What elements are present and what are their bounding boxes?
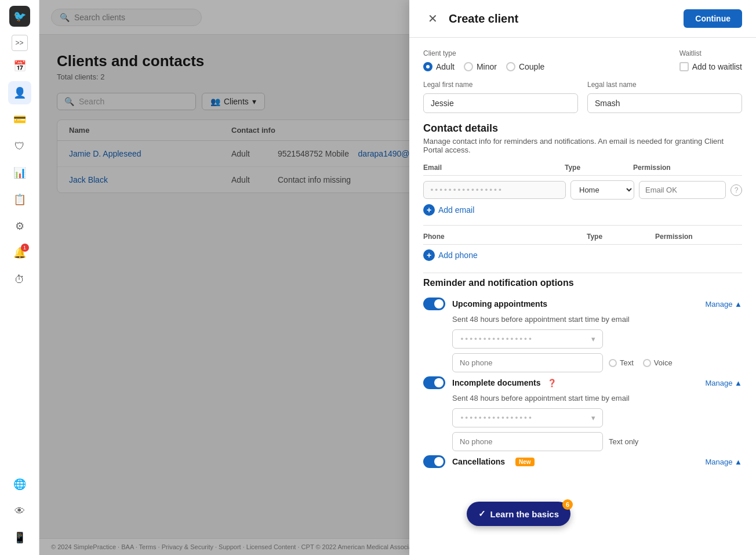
text-radio-label: Text — [620, 358, 634, 367]
add-email-label: Add email — [438, 205, 474, 215]
first-name-label: Legal first name — [423, 81, 578, 89]
add-email-link[interactable]: + Add email — [423, 204, 742, 216]
upcoming-label: Upcoming appointments — [452, 299, 547, 309]
radio-couple-input[interactable] — [506, 62, 515, 71]
email-input[interactable] — [423, 181, 566, 199]
text-radio[interactable] — [609, 359, 617, 367]
incomplete-help-icon[interactable]: ❓ — [547, 379, 557, 387]
create-client-modal: ✕ Create client Continue Client type Adu… — [409, 0, 756, 555]
cancellations-badge: New — [515, 458, 535, 466]
learn-basics-label: Learn the basics — [490, 509, 559, 519]
voice-radio[interactable] — [643, 359, 651, 367]
cancellations-manage-link[interactable]: Manage ▲ — [706, 458, 742, 466]
phone-permission-col-label: Permission — [655, 233, 742, 241]
incomplete-email-value: •••••••••••••••• — [460, 413, 532, 422]
upcoming-email-dropdown: •••••••••••••••• ▾ — [452, 329, 742, 349]
upcoming-email-value: •••••••••••••••• — [460, 335, 532, 343]
voice-radio-item[interactable]: Voice — [643, 358, 673, 367]
cancellations-notif-row: Cancellations New Manage ▲ — [423, 455, 742, 468]
text-radio-item[interactable]: Text — [609, 358, 634, 367]
sidebar-item-calendar[interactable]: 📅 — [8, 55, 31, 78]
sidebar-item-globe[interactable]: 🌐 — [8, 473, 31, 496]
modal-body: Client type Adult Minor Couple — [409, 38, 756, 555]
learn-basics-icon: ✓ — [478, 509, 486, 519]
sidebar-item-bell[interactable]: 🔔 1 — [8, 241, 31, 264]
sidebar-expand-button[interactable]: >> — [12, 35, 28, 51]
incomplete-sub-text: Sent 48 hours before appointment start t… — [452, 394, 742, 402]
radio-minor-label: Minor — [477, 62, 497, 71]
sidebar-item-mobile[interactable]: 📱 — [8, 526, 31, 549]
incomplete-phone-input[interactable] — [452, 432, 603, 451]
contact-details-desc: Manage contact info for reminders and no… — [423, 137, 742, 154]
incomplete-label: Incomplete documents — [452, 378, 540, 387]
incomplete-email-select[interactable]: •••••••••••••••• ▾ — [452, 408, 603, 427]
client-type-radio-group: Adult Minor Couple — [423, 62, 544, 71]
radio-couple-label: Couple — [519, 62, 544, 71]
upcoming-phone-input[interactable] — [452, 353, 603, 372]
sidebar-item-notes[interactable]: 📋 — [8, 188, 31, 211]
waitlist-label: Waitlist — [679, 49, 742, 57]
radio-couple[interactable]: Couple — [506, 62, 544, 71]
notifications-section: Reminder and notification options Upcomi… — [423, 273, 742, 468]
phone-col-label: Phone — [423, 233, 582, 241]
name-fields-row: Legal first name Legal last name — [423, 81, 742, 113]
notifications-title: Reminder and notification options — [423, 273, 742, 288]
sidebar-item-billing[interactable]: 💳 — [8, 108, 31, 131]
continue-button[interactable]: Continue — [684, 9, 742, 28]
email-col-label: Email — [423, 164, 560, 172]
cancellations-toggle[interactable] — [423, 455, 445, 468]
phone-table-header: Phone Type Permission — [423, 233, 742, 245]
modal-close-button[interactable]: ✕ — [423, 9, 442, 28]
dropdown-arrow-icon: ▾ — [591, 335, 595, 343]
type-col-label: Type — [565, 164, 628, 172]
permission-col-label: Permission — [633, 164, 720, 172]
last-name-field: Legal last name — [587, 81, 742, 113]
sidebar-item-settings[interactable]: ⚙ — [8, 215, 31, 238]
text-only-label: Text only — [609, 437, 638, 446]
sidebar-item-shield[interactable]: 🛡 — [8, 135, 31, 158]
radio-adult-input[interactable] — [423, 62, 432, 71]
cancellations-label: Cancellations — [452, 457, 505, 466]
first-name-input[interactable] — [423, 93, 578, 113]
incomplete-manage-link[interactable]: Manage ▲ — [706, 379, 742, 387]
incomplete-toggle[interactable] — [423, 376, 445, 389]
sidebar: 🐦 >> 📅 👤 💳 🛡 📊 📋 ⚙ 🔔 1 ⏱ 🌐 👁 📱 — [0, 0, 39, 555]
app-logo: 🐦 — [9, 6, 30, 27]
email-type-select[interactable]: Home Work Other — [570, 180, 634, 199]
help-icon[interactable]: ? — [730, 184, 742, 196]
radio-adult[interactable]: Adult — [423, 62, 455, 71]
radio-minor-input[interactable] — [464, 62, 473, 71]
contact-details-title: Contact details — [423, 122, 742, 135]
learn-basics-badge: 6 — [562, 499, 573, 510]
modal-title: Create client — [449, 12, 518, 26]
radio-minor[interactable]: Minor — [464, 62, 497, 71]
waitlist-checkbox-box[interactable] — [679, 62, 689, 71]
add-phone-icon: + — [423, 249, 435, 261]
sidebar-item-clients[interactable]: 👤 — [8, 81, 31, 104]
sidebar-item-clock[interactable]: ⏱ — [8, 268, 31, 291]
phone-type-col-label: Type — [587, 233, 650, 241]
client-type-label: Client type — [423, 49, 544, 57]
upcoming-toggle[interactable] — [423, 298, 445, 310]
notification-badge: 1 — [21, 244, 29, 252]
sidebar-item-eye[interactable]: 👁 — [8, 499, 31, 523]
contact-details-section: Contact details Manage contact info for … — [423, 122, 742, 261]
sidebar-item-chart[interactable]: 📊 — [8, 161, 31, 184]
learn-basics-button[interactable]: ✓ Learn the basics 6 — [467, 502, 570, 526]
email-permission-input[interactable] — [639, 181, 726, 199]
add-email-icon: + — [423, 204, 435, 216]
upcoming-manage-link[interactable]: Manage ▲ — [706, 300, 742, 309]
voice-radio-label: Voice — [654, 358, 673, 367]
last-name-input[interactable] — [587, 93, 742, 113]
last-name-label: Legal last name — [587, 81, 742, 89]
upcoming-email-select[interactable]: •••••••••••••••• ▾ — [452, 329, 603, 349]
add-phone-link[interactable]: + Add phone — [423, 249, 742, 261]
waitlist-checkbox[interactable]: Add to waitlist — [679, 62, 742, 71]
incomplete-notif-row: Incomplete documents ❓ Manage ▲ — [423, 376, 742, 389]
waitlist-checkbox-label: Add to waitlist — [692, 62, 742, 71]
dropdown-arrow-icon: ▾ — [591, 413, 595, 422]
add-phone-label: Add phone — [438, 251, 478, 260]
upcoming-notif-row: Upcoming appointments Manage ▲ — [423, 298, 742, 310]
upcoming-sub-text: Sent 48 hours before appointment start t… — [452, 315, 742, 324]
radio-adult-label: Adult — [436, 62, 455, 71]
